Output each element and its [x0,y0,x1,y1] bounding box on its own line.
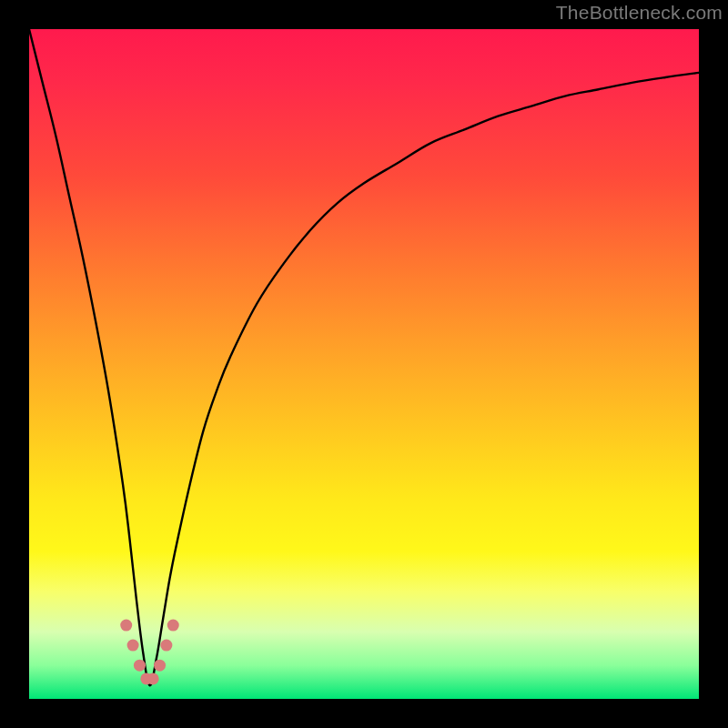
bottleneck-curve [29,29,699,685]
minimum-dot [160,640,172,652]
minimum-dot [167,620,179,632]
minimum-dot [154,660,166,672]
minimum-dot [134,660,146,672]
minimum-dot [147,672,159,684]
plot-area [29,29,699,699]
minimum-dots-group [120,620,179,685]
minimum-dot [120,620,132,632]
chart-frame: TheBottleneck.com [0,0,728,728]
watermark-text: TheBottleneck.com [556,2,723,24]
minimum-dot [127,640,139,652]
chart-svg [29,29,699,699]
